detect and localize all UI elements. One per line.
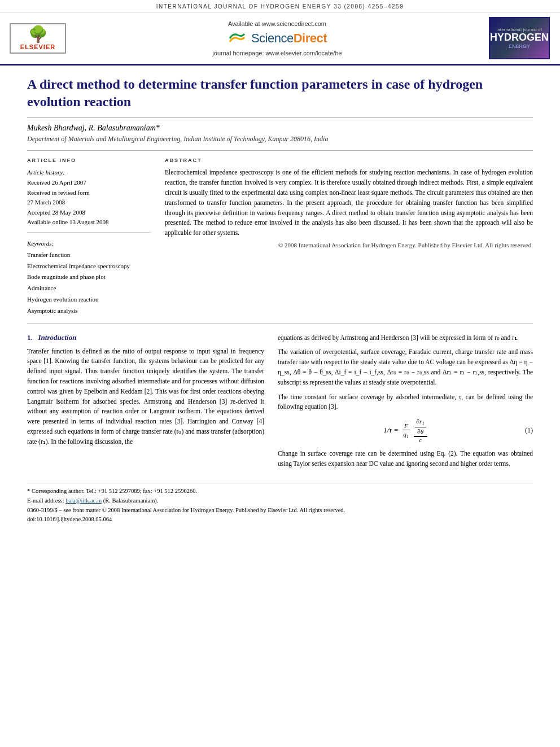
section1-title: Introduction [38,333,77,342]
elsevier-label: ELSEVIER [13,43,63,50]
journal-title: INTERNATIONAL JOURNAL OF HYDROGEN ENERGY… [156,3,404,10]
hydrogen-box: international journal of HYDROGEN ENERGY [489,17,550,59]
section1-para3: The variation of overpotential, surface … [278,347,533,387]
sciencedirect-logo: ScienceDirect [228,30,327,46]
keywords-section: Keywords: Transfer function Electrochemi… [27,238,151,317]
footnote-email: E-mail address: bala@iitk.ac.in (R. Bala… [27,496,533,506]
article-info-heading: ARTICLE INFO [27,158,151,163]
footnote-corresponding: * Corresponding author. Tel.: +91 512 25… [27,487,533,496]
elsevier-logo-box: 🌳 ELSEVIER [10,23,66,54]
elsevier-tree-icon: 🌳 [13,27,63,42]
affiliation: Department of Materials and Metallurgica… [27,135,533,151]
article-info: ARTICLE INFO Article history: Received 2… [27,158,151,316]
footnotes: * Corresponding author. Tel.: +91 512 25… [27,483,533,525]
keywords-label: Keywords: [27,238,151,250]
equation1-numerator: F [403,422,410,430]
col-right: equations as derived by Armstrong and He… [278,333,533,474]
copyright-text: © 2008 International Association for Hyd… [165,242,533,248]
revised-date: 27 March 2008 [27,198,151,208]
partial-denominator: ∂θ [415,427,425,435]
body-section: 1. Introduction Transfer function is def… [27,324,533,474]
keyword-1: Transfer function [27,250,151,261]
elsevier-logo: 🌳 ELSEVIER [7,17,69,59]
footnote-email-link[interactable]: bala@iitk.ac.in [65,497,102,504]
paper-title: A direct method to determine transfer fu… [27,65,533,118]
abstract-text: Electrochemical impedance spectroscopy i… [165,168,533,238]
abstract-section: ABSTRACT Electrochemical impedance spect… [165,158,533,316]
article-history: Article history: Received 26 April 2007 … [27,168,151,233]
keyword-6: Asymptotic analysis [27,305,151,317]
hydrogen-h-text: HYDROGEN [490,32,549,43]
journal-header: INTERNATIONAL JOURNAL OF HYDROGEN ENERGY… [0,0,560,12]
keyword-3: Bode magnitude and phase plot [27,272,151,283]
section1-para1: Transfer function is defined as the rati… [27,347,264,447]
section1-para4: The time constant for surface coverage b… [278,392,533,413]
equation1-fraction: F q1 [401,422,410,439]
equation1: 1/τ = F q1 ∂r1 ∂θ [278,418,533,443]
footnote-doi: doi:10.1016/j.ijhydene.2008.05.064 [27,515,533,525]
footnote-issn: 0360-3199/$ – see front matter © 2008 In… [27,506,533,516]
underbrace-line [414,435,427,437]
section1-para2: equations as derived by Armstrong and He… [278,333,533,343]
section1-number: 1. [27,333,33,342]
section1-heading: 1. Introduction [27,333,264,342]
journal-homepage: journal homepage: www.elsevier.com/locat… [212,50,342,56]
equation1-underbrace: ∂r1 ∂θ c [414,418,427,443]
abstract-heading: ABSTRACT [165,158,533,163]
revised-label: Received in revised form [27,188,151,198]
section1-para5: Change in surface coverage rate can be d… [278,449,533,469]
page: INTERNATIONAL JOURNAL OF HYDROGEN ENERGY… [0,0,560,747]
intl-journal-label: international journal of [490,28,549,32]
received-date: Received 26 April 2007 [27,178,151,188]
available-at: Available at www.sciencedirect.com [228,20,326,27]
article-history-label: Article history: [27,168,151,178]
partial-numerator: ∂r1 [415,418,426,427]
paper-content: A direct method to determine transfer fu… [0,65,560,536]
equation1-number: (1) [525,426,533,435]
hydrogen-energy-logo: international journal of HYDROGEN ENERGY [485,17,553,59]
article-abstract-section: ARTICLE INFO Article history: Received 2… [27,151,533,324]
authors: Mukesh Bhardwaj, R. Balasubramaniam* [27,118,533,135]
accepted-label: Accepted 28 May 2008 [27,208,151,218]
keyword-5: Hydrogen evolution reaction [27,294,151,305]
sciencedirect-text: ScienceDirect [251,31,327,46]
available-online: Available online 13 August 2008 [27,217,151,228]
header-section: 🌳 ELSEVIER Available at www.sciencedirec… [0,12,560,65]
energy-label: ENERGY [490,43,549,49]
col-left: 1. Introduction Transfer function is def… [27,333,264,474]
keyword-2: Electrochemical impedance spectroscopy [27,261,151,272]
keyword-4: Admittance [27,283,151,294]
sd-arrows-icon [228,30,248,46]
equation1-partial: ∂r1 ∂θ [414,418,427,435]
hydrogen-box-inner: international journal of HYDROGEN ENERGY [490,28,549,49]
equation1-denominator: q1 [401,430,410,439]
header-center: Available at www.sciencedirect.com Scien… [69,17,485,59]
equation1-partial-fraction: ∂r1 ∂θ [415,418,426,435]
equation1-content: 1/τ = F q1 ∂r1 ∂θ [383,418,427,443]
underbrace-label: c [419,437,421,443]
